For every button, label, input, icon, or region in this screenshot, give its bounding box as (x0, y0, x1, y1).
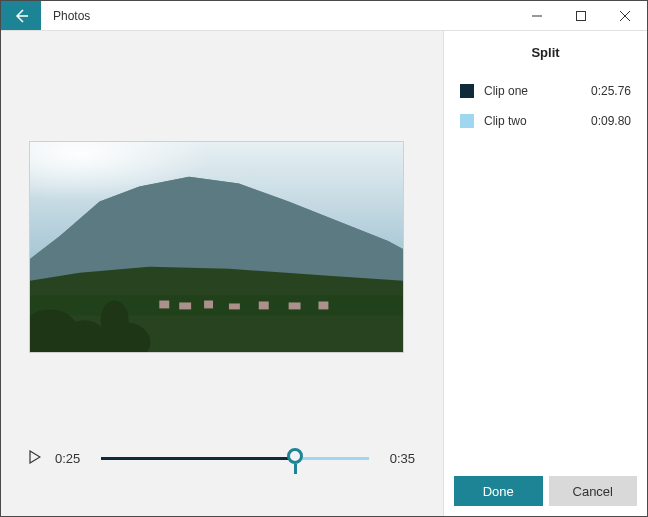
app-body: 0:25 0:35 Split Clip one 0:25.76 (1, 31, 647, 516)
back-button[interactable] (1, 1, 41, 30)
preview-container (29, 141, 415, 353)
panel-spacer (444, 144, 647, 466)
panel-title: Split (444, 31, 647, 68)
svg-rect-4 (159, 300, 169, 308)
split-timeline[interactable] (101, 448, 369, 468)
done-button[interactable]: Done (454, 476, 543, 506)
minimize-button[interactable] (515, 1, 559, 30)
clip-row: Clip two 0:09.80 (460, 106, 631, 136)
close-icon (620, 11, 630, 21)
preview-pane: 0:25 0:35 (1, 31, 443, 516)
svg-rect-10 (318, 301, 328, 309)
timeline-clip2-segment (295, 457, 369, 460)
minimize-icon (532, 11, 542, 21)
svg-rect-0 (577, 11, 586, 20)
titlebar-spacer (102, 1, 515, 30)
play-button[interactable] (29, 450, 41, 467)
preview-scene-icon (30, 142, 403, 352)
split-playhead[interactable] (287, 448, 303, 464)
play-icon (29, 450, 41, 464)
timeline-clip1-segment (101, 457, 295, 460)
close-button[interactable] (603, 1, 647, 30)
player-controls: 0:25 0:35 (29, 448, 415, 468)
panel-actions: Done Cancel (444, 466, 647, 516)
clip-list: Clip one 0:25.76 Clip two 0:09.80 (444, 68, 647, 144)
clip-name-label: Clip two (484, 114, 581, 128)
clip-name-label: Clip one (484, 84, 581, 98)
current-time-label: 0:25 (55, 451, 87, 466)
app-title: Photos (41, 1, 102, 30)
split-panel: Split Clip one 0:25.76 Clip two 0:09.80 … (443, 31, 647, 516)
svg-rect-6 (204, 300, 213, 308)
clip-duration-label: 0:09.80 (591, 114, 631, 128)
cancel-button[interactable]: Cancel (549, 476, 638, 506)
svg-rect-7 (229, 303, 240, 309)
clip-duration-label: 0:25.76 (591, 84, 631, 98)
maximize-button[interactable] (559, 1, 603, 30)
total-time-label: 0:35 (383, 451, 415, 466)
svg-rect-9 (289, 302, 301, 309)
svg-rect-5 (179, 302, 191, 309)
clip-color-swatch (460, 114, 474, 128)
svg-point-14 (101, 300, 129, 340)
clip-color-swatch (460, 84, 474, 98)
app-window: Photos (0, 0, 648, 517)
titlebar: Photos (1, 1, 647, 31)
svg-rect-8 (259, 301, 269, 309)
maximize-icon (576, 11, 586, 21)
arrow-left-icon (13, 8, 29, 24)
video-preview[interactable] (29, 141, 404, 353)
clip-row: Clip one 0:25.76 (460, 76, 631, 106)
